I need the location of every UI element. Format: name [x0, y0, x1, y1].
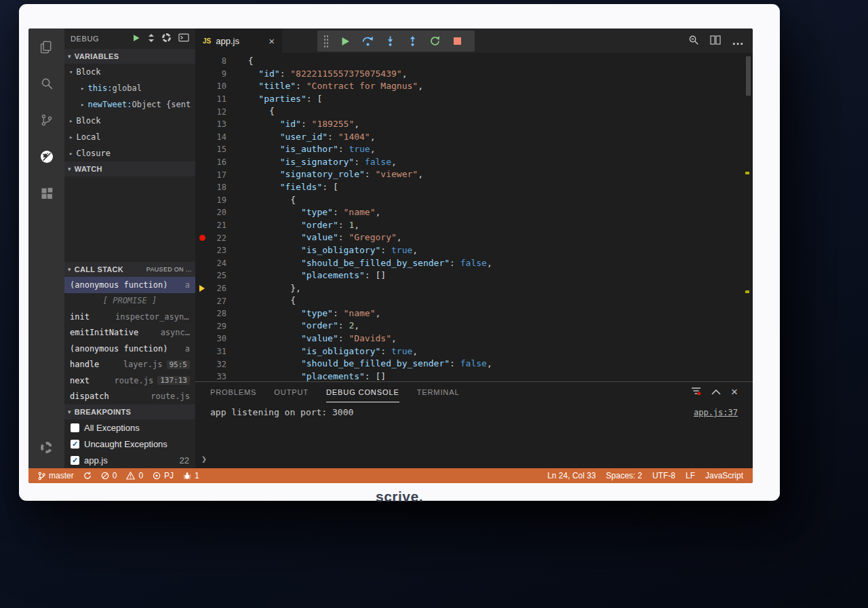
- source-link[interactable]: app.js:37: [694, 408, 738, 417]
- code-line[interactable]: {: [237, 294, 753, 307]
- breakpoint-row[interactable]: ✓app.js22: [64, 452, 195, 468]
- code-line[interactable]: "placements": []: [237, 269, 753, 282]
- breakpoint-checkbox[interactable]: ✓: [71, 456, 79, 465]
- more-actions-icon[interactable]: …: [732, 37, 745, 44]
- code-line[interactable]: "is_obligatory": true,: [237, 244, 753, 257]
- code-line[interactable]: "order": 2,: [237, 320, 753, 332]
- step-out-icon[interactable]: [401, 31, 424, 52]
- call-stack-frame[interactable]: (anonymous function)a: [64, 277, 195, 293]
- step-into-icon[interactable]: [379, 31, 401, 52]
- debug-icon[interactable]: [28, 138, 64, 175]
- tab-app-js[interactable]: JS app.js ×: [195, 28, 282, 53]
- code-line[interactable]: "parties": [: [237, 93, 753, 106]
- code-line[interactable]: "should_be_filled_by_sender": false,: [237, 358, 753, 370]
- code-line[interactable]: "id": "8222115557375075439",: [237, 68, 753, 81]
- split-editor-icon[interactable]: [710, 35, 721, 47]
- status-item-1[interactable]: 1: [179, 471, 203, 480]
- variable-scope-row[interactable]: ▸Closure: [64, 145, 195, 162]
- panel-tab-debug-console[interactable]: DEBUG CONSOLE: [326, 382, 399, 402]
- twisty-icon[interactable]: ▸: [81, 85, 84, 92]
- code-editor[interactable]: 8910111213141516171819202122232425262728…: [195, 53, 753, 381]
- status-item-0[interactable]: 0: [122, 471, 147, 480]
- code-line[interactable]: "user_id": "1404",: [237, 131, 753, 144]
- breakpoint-checkbox[interactable]: [71, 423, 79, 432]
- breakpoint-row[interactable]: ✓Uncaught Exceptions: [64, 436, 195, 452]
- status-item-pj[interactable]: PJ: [149, 471, 178, 480]
- find-icon[interactable]: [688, 35, 699, 48]
- code-line[interactable]: {: [237, 55, 753, 68]
- close-icon[interactable]: ×: [731, 388, 738, 396]
- call-stack-frame[interactable]: dispatchroute.js: [64, 389, 195, 405]
- drag-handle-icon[interactable]: [323, 35, 329, 48]
- code-line[interactable]: "id": "189255",: [237, 118, 753, 131]
- code-line[interactable]: {: [237, 105, 753, 118]
- call-stack-frame[interactable]: initinspector_async_…: [64, 309, 195, 325]
- code-line[interactable]: "value": "Davids",: [237, 332, 753, 345]
- glyph-margin[interactable]: [195, 285, 209, 292]
- status-item-sync-icon[interactable]: [79, 472, 96, 480]
- status-item-ln-24-col-33[interactable]: Ln 24, Col 33: [543, 471, 599, 480]
- code-line[interactable]: "placements": []: [237, 370, 753, 381]
- code-line[interactable]: "fields": [: [237, 181, 753, 194]
- filter-icon[interactable]: [691, 387, 701, 398]
- variable-scope-row[interactable]: ▸Block: [64, 113, 195, 129]
- stop-icon[interactable]: [446, 31, 469, 52]
- variables-section-header[interactable]: ▾ VARIABLES: [64, 49, 195, 64]
- step-over-icon[interactable]: [357, 31, 379, 52]
- status-item-0[interactable]: 0: [97, 471, 121, 480]
- code-line[interactable]: },: [237, 282, 753, 295]
- call-stack-frame[interactable]: nextroute.js137:13: [64, 373, 195, 389]
- config-select-icon[interactable]: [148, 33, 155, 45]
- debug-console-body[interactable]: app listening on port: 3000 app.js:37 ❯: [195, 402, 753, 468]
- overview-ruler[interactable]: [743, 53, 753, 381]
- status-item-javascript[interactable]: JavaScript: [701, 471, 747, 480]
- panel-tab-output[interactable]: OUTPUT: [274, 382, 309, 402]
- twisty-icon[interactable]: ▸: [81, 101, 84, 108]
- code-line[interactable]: "should_be_filled_by_sender": false,: [237, 257, 753, 270]
- code-line[interactable]: "value": "Gregory",: [237, 231, 753, 244]
- code-line[interactable]: "is_obligatory": true,: [237, 345, 753, 358]
- code-line[interactable]: "type": "name",: [237, 307, 753, 320]
- close-icon[interactable]: ×: [269, 35, 275, 47]
- call-stack-frame[interactable]: (anonymous function)a: [64, 341, 195, 357]
- variable-scope-row[interactable]: ▾Block: [64, 64, 195, 80]
- status-item-master[interactable]: master: [34, 471, 78, 480]
- code-line[interactable]: "signatory_role": "viewer",: [237, 168, 753, 181]
- breakpoint-checkbox[interactable]: ✓: [71, 440, 79, 449]
- code-line[interactable]: "type": "name",: [237, 206, 753, 219]
- console-prompt-icon[interactable]: ❯: [201, 454, 207, 464]
- extensions-icon[interactable]: [28, 175, 64, 212]
- code-line[interactable]: {: [237, 194, 753, 207]
- files-icon[interactable]: [28, 28, 64, 65]
- panel-tab-terminal[interactable]: TERMINAL: [417, 382, 460, 402]
- watch-section-header[interactable]: ▾ WATCH: [64, 162, 195, 176]
- twisty-icon[interactable]: ▸: [69, 134, 73, 140]
- code-lines[interactable]: { "id": "8222115557375075439", "title": …: [232, 55, 753, 381]
- start-icon[interactable]: [132, 34, 140, 44]
- search-icon[interactable]: [28, 65, 64, 102]
- breakpoint-row[interactable]: All Exceptions: [64, 419, 195, 436]
- breakpoint-icon[interactable]: [199, 235, 205, 241]
- source-control-icon[interactable]: [28, 102, 64, 138]
- editor-gutter[interactable]: 8910111213141516171819202122232425262728…: [195, 55, 232, 381]
- panel-tab-problems[interactable]: PROBLEMS: [210, 382, 256, 402]
- variable-row[interactable]: ▸newTweet: Object {sent…: [64, 96, 195, 113]
- variable-scope-row[interactable]: ▸Local: [64, 129, 195, 145]
- gear-icon[interactable]: [162, 33, 171, 44]
- gear-icon[interactable]: [28, 429, 64, 466]
- status-item-lf[interactable]: LF: [682, 471, 699, 480]
- twisty-icon[interactable]: ▸: [69, 117, 73, 124]
- code-line[interactable]: "order": 1,: [237, 219, 753, 232]
- variable-row[interactable]: ▸this: global: [64, 80, 195, 96]
- debug-console-icon[interactable]: [178, 33, 189, 44]
- restart-icon[interactable]: [424, 31, 446, 52]
- twisty-icon[interactable]: ▾: [69, 69, 73, 75]
- code-line[interactable]: "is_author": true,: [237, 143, 753, 156]
- glyph-margin[interactable]: [195, 235, 209, 241]
- status-item-utf-8[interactable]: UTF-8: [648, 471, 679, 480]
- breakpoints-section-header[interactable]: ▾ BREAKPOINTS: [64, 404, 195, 419]
- status-item-spaces-2[interactable]: Spaces: 2: [602, 471, 646, 480]
- call-stack-frame[interactable]: emitInitNativeasync…: [64, 325, 195, 341]
- code-line[interactable]: "title": "Contract for Magnus",: [237, 80, 753, 93]
- scrollbar-thumb[interactable]: [746, 56, 751, 96]
